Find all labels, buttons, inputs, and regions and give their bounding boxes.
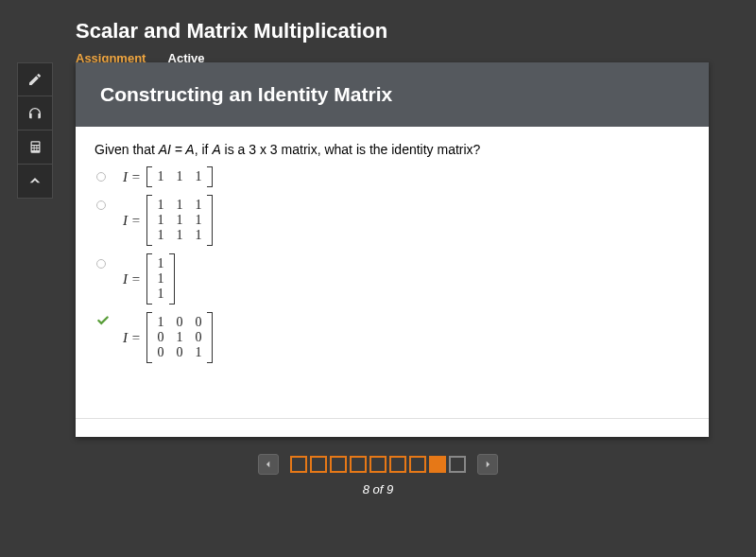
matrix-cell: 0 [194,330,203,345]
matrix-cell: 1 [156,198,165,213]
page-box-9[interactable] [449,456,466,473]
prompt-equation: AI = A [159,142,195,157]
answer-option[interactable]: I =100010001 [94,312,690,363]
answer-option[interactable]: I =111 [94,166,690,187]
matrix-cell: 1 [194,345,203,360]
svg-rect-6 [34,148,36,150]
equation-label: I = [123,271,141,287]
equation-label: I = [123,330,141,346]
page-box-7[interactable] [409,456,426,473]
prev-button[interactable] [258,454,279,475]
matrix-cell: 0 [156,330,165,345]
matrix-cell: 1 [156,169,165,184]
prompt-var: A [212,142,220,157]
page-box-1[interactable] [290,456,307,473]
matrix-cell: 0 [194,315,203,330]
matrix-cell: 1 [175,228,184,243]
matrix: 100010001 [146,312,213,363]
content-panel: Constructing an Identity Matrix Given th… [76,62,709,437]
matrix-cell: 1 [175,169,184,184]
matrix: 111 [146,166,213,187]
equation-label: I = [123,169,141,185]
matrix-cell: 1 [194,228,203,243]
pencil-button[interactable] [17,62,53,96]
page-box-4[interactable] [350,456,367,473]
side-toolbar [17,62,53,199]
headphones-icon [27,106,43,121]
chevron-left-icon [264,460,273,469]
matrix-cell: 0 [175,345,184,360]
svg-rect-1 [31,143,39,146]
svg-rect-5 [31,148,33,150]
svg-rect-7 [37,148,39,150]
question-body: Given that AI = A, if A is a 3 x 3 matri… [76,127,709,437]
matrix-cell: 1 [194,213,203,228]
prompt-text: , if [195,142,213,157]
matrix-cell: 0 [175,315,184,330]
option-content: I =111 [113,166,213,187]
matrix-cell: 1 [156,228,165,243]
matrix-cell: 1 [156,271,165,287]
answer-option[interactable]: I =111 [94,253,690,305]
matrix-cell: 1 [175,213,184,228]
svg-rect-2 [31,146,33,148]
calculator-button[interactable] [17,131,53,165]
check-icon [96,314,113,331]
option-content: I =111111111 [113,195,213,246]
content-fade [76,418,709,437]
matrix: 111111111 [146,195,213,246]
matrix-cell: 1 [156,315,165,330]
equation-label: I = [123,213,141,229]
matrix-cell: 1 [194,198,203,213]
page-indicator: 8 of 9 [0,482,756,496]
matrix-cell: 1 [156,256,165,271]
pencil-icon [27,72,43,87]
matrix-cell: 1 [194,169,203,184]
page-box-8[interactable] [429,456,446,473]
calculator-icon [28,140,43,154]
page-box-6[interactable] [389,456,406,473]
svg-rect-4 [37,146,39,148]
chevron-right-icon [483,460,492,469]
page-title: Scalar and Matrix Multiplication [76,19,756,44]
matrix-cell: 1 [175,198,184,213]
radio-unselected-icon [96,197,113,214]
page-box-3[interactable] [330,456,347,473]
radio-unselected-icon [96,255,113,272]
page-box-2[interactable] [310,456,327,473]
option-content: I =111 [113,253,175,305]
pager [258,454,498,475]
question-prompt: Given that AI = A, if A is a 3 x 3 matri… [94,142,690,157]
footer: 8 of 9 [0,454,756,496]
matrix-cell: 1 [175,330,184,345]
svg-rect-3 [34,146,36,148]
page-box-5[interactable] [369,456,387,473]
matrix-cell: 1 [156,287,165,302]
answer-option[interactable]: I =111111111 [94,195,690,246]
prompt-text: is a 3 x 3 matrix, what is the identity … [221,142,481,157]
matrix: 111 [146,253,175,305]
prompt-text: Given that [94,142,159,157]
option-content: I =100010001 [113,312,213,363]
collapse-button[interactable] [17,165,53,199]
collapse-icon [27,174,43,189]
question-title: Constructing an Identity Matrix [76,62,709,127]
next-button[interactable] [477,454,498,475]
matrix-cell: 0 [156,345,165,360]
matrix-cell: 1 [156,213,165,228]
audio-button[interactable] [17,96,53,131]
radio-unselected-icon [96,168,113,185]
